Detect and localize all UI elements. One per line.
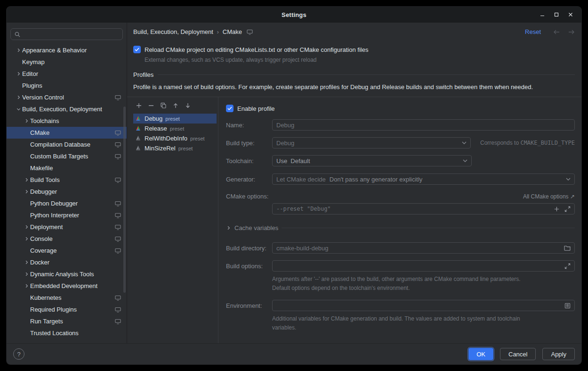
sidebar-item-required-plugins[interactable]: Required Plugins <box>7 304 127 315</box>
sidebar-item-custom-build-targets[interactable]: Custom Build Targets <box>7 150 127 162</box>
profiles-section-title: Profiles <box>133 71 153 78</box>
sidebar-item-compilation-database[interactable]: Compilation Database <box>7 139 127 150</box>
chevron-icon[interactable] <box>15 95 22 100</box>
enable-profile-checkbox[interactable] <box>226 105 234 112</box>
chevron-icon[interactable] <box>23 177 30 182</box>
profiles-panel: Debug preset Release preset RelWithDebIn… <box>127 97 581 343</box>
generator-select[interactable]: Let CMake decide Don't pass any generato… <box>272 173 575 185</box>
sidebar-item-build-execution-deployment[interactable]: Build, Execution, Deployment <box>7 103 127 115</box>
monitor-icon <box>115 130 121 136</box>
chevron-icon[interactable] <box>15 107 22 112</box>
monitor-icon <box>115 142 121 148</box>
sidebar-item-coverage[interactable]: Coverage <box>7 245 127 256</box>
sidebar-item-makefile[interactable]: Makefile <box>7 162 127 174</box>
chevron-icon[interactable] <box>15 71 22 76</box>
profile-item-debug[interactable]: Debug preset <box>133 114 217 124</box>
profile-item-relwithdebinfo[interactable]: RelWithDebInfo preset <box>133 133 217 143</box>
reload-cmake-checkbox[interactable] <box>133 46 141 53</box>
sidebar-item-editor[interactable]: Editor <box>7 68 127 80</box>
sidebar-item-debugger[interactable]: Debugger <box>7 186 127 198</box>
forward-arrow-icon[interactable] <box>568 29 575 35</box>
profile-item-minsizerel[interactable]: MinSizeRel preset <box>133 143 217 153</box>
chevron-icon[interactable] <box>23 224 30 230</box>
sidebar-item-label: Compilation Database <box>30 141 115 148</box>
folder-icon[interactable] <box>564 245 571 251</box>
maximize-button[interactable] <box>549 8 564 21</box>
sidebar-item-trusted-locations[interactable]: Trusted Locations <box>7 327 127 339</box>
chevron-icon[interactable] <box>23 189 30 194</box>
settings-tree: Appearance & Behavior Keymap Editor Plug… <box>7 43 127 343</box>
section-divider <box>282 228 575 228</box>
help-button[interactable]: ? <box>13 348 24 360</box>
titlebar: Settings <box>7 7 581 23</box>
sidebar-item-build-tools[interactable]: Build Tools <box>7 174 127 186</box>
profile-preset-badge: preset <box>178 146 193 151</box>
settings-search[interactable] <box>10 28 123 40</box>
search-input[interactable] <box>23 31 119 38</box>
remove-profile-button[interactable] <box>147 102 155 109</box>
chevron-icon[interactable] <box>23 236 30 241</box>
back-arrow-icon[interactable] <box>553 29 560 35</box>
sidebar-item-cmake[interactable]: CMake <box>7 127 127 139</box>
chevron-icon[interactable] <box>23 260 30 265</box>
build-type-value: Debug <box>276 140 294 147</box>
sidebar-item-python-interpreter[interactable]: Python Interpreter <box>7 209 127 221</box>
build-options-label: Build options: <box>226 263 272 270</box>
expand-field-icon[interactable] <box>564 263 571 269</box>
variables-list-icon[interactable] <box>564 303 571 309</box>
build-options-hint: Arguments after '--' are passed to the b… <box>272 275 575 292</box>
sidebar-item-label: Dynamic Analysis Tools <box>30 271 115 278</box>
minimize-button[interactable] <box>535 8 549 21</box>
cmake-options-field[interactable]: --preset "Debug" <box>272 203 575 214</box>
chevron-right-icon[interactable] <box>226 225 231 231</box>
sidebar-item-python-debugger[interactable]: Python Debugger <box>7 198 127 209</box>
move-down-button[interactable] <box>184 102 192 109</box>
reset-link[interactable]: Reset <box>525 28 541 35</box>
move-up-button[interactable] <box>172 102 179 109</box>
sidebar-item-console[interactable]: Console <box>7 233 127 245</box>
add-profile-button[interactable] <box>135 102 143 109</box>
sidebar-scrollbar[interactable] <box>123 107 126 293</box>
settings-content: Build, Execution, Deployment › CMake Res… <box>127 23 581 343</box>
apply-button[interactable]: Apply <box>542 348 575 360</box>
profiles-list-pane: Debug preset Release preset RelWithDebIn… <box>127 97 218 343</box>
add-option-icon[interactable] <box>554 206 560 212</box>
environment-field[interactable] <box>272 300 575 311</box>
build-directory-value: cmake-build-debug <box>276 245 329 252</box>
build-type-select[interactable]: Debug <box>272 137 471 148</box>
build-directory-field[interactable]: cmake-build-debug <box>272 242 575 254</box>
all-cmake-options-link[interactable]: All CMake options ↗ <box>523 193 575 200</box>
copy-profile-button[interactable] <box>160 102 167 109</box>
ok-button[interactable]: OK <box>468 348 493 360</box>
name-field[interactable]: Debug <box>272 119 575 131</box>
sidebar-item-appearance-behavior[interactable]: Appearance & Behavior <box>7 44 127 56</box>
sidebar-item-docker[interactable]: Docker <box>7 256 127 268</box>
expand-field-icon[interactable] <box>564 206 571 212</box>
chevron-icon[interactable] <box>23 118 30 124</box>
profile-item-release[interactable]: Release preset <box>133 124 217 133</box>
sidebar-item-run-targets[interactable]: Run Targets <box>7 315 127 327</box>
cache-variables-toggle[interactable]: Cache variables <box>234 224 278 231</box>
settings-dialog: Settings Appearance & B <box>7 7 581 364</box>
sidebar-item-deployment[interactable]: Deployment <box>7 221 127 233</box>
enable-profile-label: Enable profile <box>237 105 275 112</box>
close-button[interactable] <box>564 8 578 21</box>
sidebar-item-keymap[interactable]: Keymap <box>7 56 127 68</box>
sidebar-item-plugins[interactable]: Plugins <box>7 80 127 91</box>
sidebar-item-label: Debugger <box>30 188 115 195</box>
chevron-icon[interactable] <box>23 283 30 289</box>
chevron-icon[interactable] <box>23 272 30 277</box>
sidebar-item-embedded-development[interactable]: Embedded Development <box>7 280 127 292</box>
sidebar-item-toolchains[interactable]: Toolchains <box>7 115 127 127</box>
sidebar-item-version-control[interactable]: Version Control <box>7 91 127 103</box>
chevron-icon[interactable] <box>15 48 22 53</box>
build-options-field[interactable] <box>272 260 575 272</box>
sidebar-item-label: Kubernetes <box>30 294 115 301</box>
sidebar-item-label: Editor <box>22 70 115 77</box>
toolchain-select[interactable]: Use Default <box>272 155 472 166</box>
sidebar-item-kubernetes[interactable]: Kubernetes <box>7 292 127 304</box>
sidebar-item-dynamic-analysis-tools[interactable]: Dynamic Analysis Tools <box>7 268 127 280</box>
cancel-button[interactable]: Cancel <box>500 348 536 360</box>
sidebar-item-label: Trusted Locations <box>30 330 115 337</box>
breadcrumb-parent[interactable]: Build, Execution, Deployment <box>133 28 213 35</box>
